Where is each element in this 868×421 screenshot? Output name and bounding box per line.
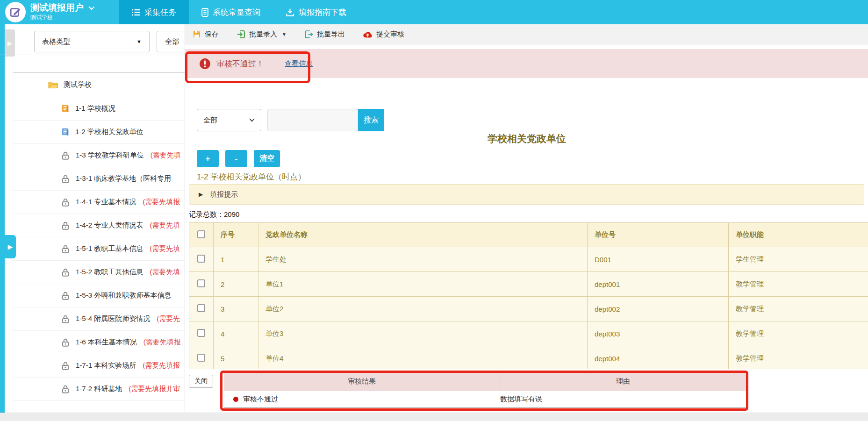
- tree-item-note: (需要先填报并审: [129, 385, 180, 393]
- lock-icon: [61, 244, 70, 254]
- search-filter-select[interactable]: 全部: [197, 109, 261, 131]
- caret-right-icon: ▶: [8, 243, 13, 250]
- lock-icon: [61, 361, 70, 371]
- all-filter-button[interactable]: 全部: [157, 31, 185, 52]
- col-header-name: 党政单位名称: [258, 223, 588, 247]
- lock-icon: [61, 268, 70, 277]
- doc-orange-icon: [61, 104, 70, 113]
- tree-item[interactable]: 1-5-3 外聘和兼职教师基本信息: [13, 284, 185, 307]
- tree-item-label: 1-5-2 教职工其他信息: [76, 268, 143, 277]
- sidebar: ▶ ▶ 表格类型 ▼ 全部 测: [0, 24, 185, 413]
- add-row-button[interactable]: +: [197, 150, 219, 167]
- table-row: 3 单位2 dept002 教学管理: [189, 297, 868, 321]
- batch-input-button[interactable]: 批量录入 ▼: [237, 30, 287, 39]
- batch-export-button[interactable]: 批量导出: [304, 30, 345, 39]
- tree-item[interactable]: 1-3 学校教学科研单位 (需要先填: [13, 144, 185, 167]
- tree-item-label: 1-7-1 本科实验场所: [76, 361, 136, 370]
- tree-item-label: 1-5-1 教职工基本信息: [76, 244, 143, 253]
- tab-system-constants[interactable]: 系统常量查询: [189, 0, 273, 24]
- chevron-down-icon[interactable]: [88, 6, 95, 10]
- sidebar-expander-tab[interactable]: ▶: [5, 235, 16, 258]
- tree-item[interactable]: 1-7-2 科研基地 (需要先填报并审: [13, 378, 185, 401]
- save-button[interactable]: 保存: [193, 30, 219, 39]
- page-title: 学校相关党政单位: [185, 132, 868, 145]
- cell-code: D001: [588, 247, 729, 272]
- cell-func: 教学管理: [729, 321, 868, 346]
- tree-item[interactable]: 1-3-1 临床教学基地（医科专用: [13, 167, 185, 191]
- review-reason-header: 理由: [500, 371, 746, 391]
- app-window: 测试填报用户 测试学校 采集任务 系统常量查询: [0, 0, 868, 421]
- tree-item-label: 1-4-1 专业基本情况: [76, 198, 136, 207]
- user-name: 测试填报用户: [30, 3, 84, 13]
- tree-item-note: (需要先填报: [143, 198, 180, 207]
- tree-item-note: (需要先填: [150, 244, 180, 253]
- cell-name: 单位2: [258, 297, 588, 321]
- cell-code: dept001: [588, 272, 729, 297]
- review-alert-banner: 审核不通过！ 查看信息: [185, 49, 868, 78]
- close-button[interactable]: 关闭: [189, 375, 213, 388]
- submit-review-button[interactable]: 提交审核: [363, 30, 404, 39]
- tips-collapsible-bar[interactable]: ▶ 填报提示: [189, 184, 864, 205]
- tab-collection-tasks[interactable]: 采集任务: [119, 0, 189, 24]
- search-input[interactable]: [267, 109, 358, 131]
- lock-icon: [61, 174, 70, 184]
- tree-item-note: (需要先填: [150, 268, 180, 277]
- tree-item[interactable]: 1-5-1 教职工基本信息 (需要先填: [13, 237, 185, 261]
- cell-num: 3: [214, 297, 258, 321]
- tree-item-note: (需要先填: [151, 151, 181, 160]
- table-row: 1 学生处 D001 学生管理: [189, 247, 868, 272]
- tree-item[interactable]: 1-5-4 附属医院师资情况 (需要先: [13, 307, 185, 331]
- table-row: 2 单位1 dept001 教学管理: [189, 272, 868, 297]
- cell-func: 教学管理: [729, 272, 868, 297]
- tree-item-note: (需要先填报: [143, 338, 181, 347]
- remove-row-button[interactable]: -: [225, 150, 247, 167]
- tree-item[interactable]: 1-5-2 教职工其他信息 (需要先填: [13, 261, 185, 284]
- user-block[interactable]: 测试填报用户 测试学校: [30, 3, 95, 21]
- tree-item[interactable]: 1-6 本科生基本情况 (需要先填报: [13, 331, 185, 354]
- lock-icon: [61, 291, 70, 300]
- folder-open-icon: [48, 81, 58, 89]
- review-result-value-cell: 审核不通过: [224, 391, 500, 407]
- cell-name: 单位4: [258, 346, 588, 371]
- row-checkbox[interactable]: [197, 255, 205, 263]
- tree-item-note: (需要先填报: [143, 361, 180, 370]
- view-info-link[interactable]: 查看信息: [285, 59, 313, 68]
- caret-down-icon: ▼: [282, 32, 287, 37]
- tree-item[interactable]: 1-4-2 专业大类情况表 (需要先填: [13, 214, 185, 237]
- col-header-code: 单位号: [588, 223, 729, 247]
- tree-item-note: (需要先: [157, 314, 180, 323]
- tree-item[interactable]: 1-2 学校相关党政单位: [13, 121, 185, 144]
- clear-button[interactable]: 清空: [254, 150, 280, 167]
- list-icon: [132, 9, 140, 16]
- cell-code: dept004: [588, 346, 729, 371]
- select-all-checkbox[interactable]: [197, 230, 205, 238]
- tree-item[interactable]: 1-4-1 专业基本情况 (需要先填报: [13, 191, 185, 214]
- lock-icon: [61, 151, 70, 160]
- bottom-scrollbar-track[interactable]: [0, 413, 868, 421]
- document-icon: [201, 8, 208, 17]
- tree-item-label: 1-1 学校概况: [75, 104, 115, 113]
- row-checkbox[interactable]: [197, 354, 205, 362]
- tree-item[interactable]: 1-7-1 本科实验场所 (需要先填报: [13, 354, 185, 378]
- table-type-select[interactable]: 表格类型 ▼: [34, 31, 150, 52]
- cell-name: 单位1: [258, 272, 588, 297]
- tree-item-label: 1-6 本科生基本情况: [76, 338, 137, 347]
- app-logo: [5, 2, 26, 22]
- tree-item-note: (需要先填: [150, 221, 180, 230]
- save-label: 保存: [205, 30, 219, 39]
- row-checkbox[interactable]: [197, 279, 205, 287]
- grid-toolbar: + - 清空: [197, 150, 868, 167]
- tree-root-folder[interactable]: 测试学校: [13, 73, 185, 97]
- cell-name: 单位3: [258, 321, 588, 346]
- tab-label: 填报指南下载: [299, 7, 346, 18]
- cell-name: 学生处: [258, 247, 588, 272]
- tree-item-label: 1-3 学校教学科研单位: [76, 151, 144, 160]
- tab-guide-download[interactable]: 填报指南下载: [273, 0, 359, 24]
- row-checkbox[interactable]: [197, 304, 205, 312]
- search-button[interactable]: 搜索: [358, 109, 384, 131]
- row-checkbox[interactable]: [197, 329, 205, 337]
- pencil-square-icon: [9, 6, 22, 18]
- review-result-overlay: 关闭 审核结果 理由 审核不通过 数据填写有误: [185, 369, 868, 413]
- tree-item[interactable]: 1-1 学校概况: [13, 97, 185, 121]
- caret-down-icon: ▼: [136, 39, 142, 44]
